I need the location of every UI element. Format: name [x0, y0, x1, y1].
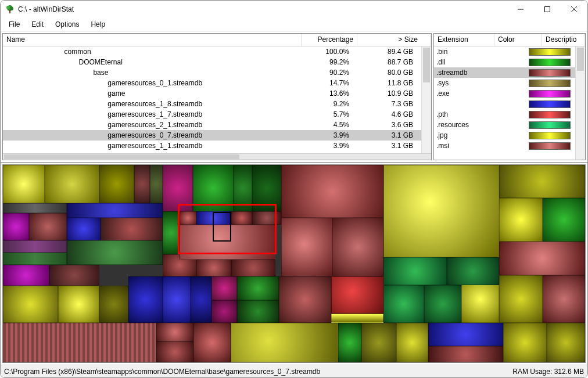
- treemap-block[interactable]: [231, 260, 275, 277]
- treemap-block[interactable]: [447, 257, 499, 285]
- extension-row[interactable]: .msi: [434, 141, 575, 151]
- treemap-block[interactable]: [331, 276, 383, 314]
- treemap-block[interactable]: [67, 240, 163, 265]
- file-list-scrollbar[interactable]: [421, 46, 431, 153]
- treemap-block[interactable]: [3, 203, 67, 213]
- treemap-block[interactable]: [281, 165, 383, 218]
- treemap-block[interactable]: [156, 323, 193, 341]
- treemap-block[interactable]: [45, 165, 99, 203]
- col-extension[interactable]: Extension: [434, 34, 494, 46]
- extension-row[interactable]: .bin: [434, 46, 575, 57]
- treemap-block[interactable]: [3, 213, 29, 240]
- treemap-block[interactable]: [3, 286, 58, 323]
- treemap-block[interactable]: [67, 218, 101, 240]
- treemap-block[interactable]: [29, 213, 67, 240]
- treemap-block[interactable]: [3, 253, 67, 265]
- col-color[interactable]: Color: [494, 34, 542, 46]
- treemap-block[interactable]: [193, 323, 231, 362]
- extension-row[interactable]: .sys: [434, 78, 575, 88]
- minimize-button[interactable]: [507, 1, 534, 18]
- treemap-block[interactable]: [543, 198, 585, 241]
- file-list-hscroll[interactable]: [3, 153, 431, 160]
- extension-row[interactable]: [434, 99, 575, 109]
- treemap-block[interactable]: [499, 165, 585, 198]
- treemap-block[interactable]: [99, 165, 134, 203]
- titlebar[interactable]: C:\ - altWinDirStat: [1, 1, 587, 18]
- file-list[interactable]: common100.0%89.4 GB DOOMEternal99.2%88.7…: [3, 46, 431, 153]
- treemap-block[interactable]: [163, 211, 180, 254]
- treemap-block[interactable]: [3, 240, 67, 253]
- treemap-block[interactable]: [58, 286, 99, 323]
- treemap-block[interactable]: [156, 341, 193, 362]
- treemap-block[interactable]: [383, 285, 424, 323]
- treemap-block[interactable]: [396, 323, 428, 362]
- treemap-block[interactable]: [547, 323, 585, 362]
- extension-row[interactable]: .resources: [434, 120, 575, 130]
- col-description[interactable]: Descriptio: [542, 34, 585, 46]
- treemap-block[interactable]: [134, 165, 150, 203]
- treemap-block[interactable]: [499, 198, 543, 241]
- extension-row[interactable]: .jpg: [434, 130, 575, 141]
- col-percentage[interactable]: Percentage: [302, 34, 357, 46]
- treemap-block[interactable]: [543, 275, 585, 323]
- file-row[interactable]: gameresources_1_1.streamdb3.9%3.1 GB: [3, 141, 421, 151]
- treemap-block[interactable]: [279, 276, 331, 323]
- treemap-block[interactable]: [3, 165, 45, 203]
- treemap-block[interactable]: [499, 275, 543, 323]
- treemap-block[interactable]: [3, 323, 156, 362]
- treemap-block[interactable]: [67, 203, 163, 218]
- menu-edit[interactable]: Edit: [27, 19, 48, 30]
- treemap-block[interactable]: [383, 165, 500, 257]
- menu-file[interactable]: File: [4, 19, 24, 30]
- treemap-block[interactable]: [237, 300, 279, 323]
- treemap-block[interactable]: [99, 286, 128, 323]
- treemap-block[interactable]: [101, 218, 163, 240]
- file-row[interactable]: gameresources_1_8.streamdb9.2%7.3 GB: [3, 99, 421, 109]
- extension-row[interactable]: .streamdb: [434, 67, 575, 78]
- treemap-block[interactable]: [196, 260, 231, 277]
- treemap-block[interactable]: [428, 346, 504, 362]
- file-row[interactable]: gameresources_2_1.streamdb4.5%3.6 GB: [3, 120, 421, 130]
- extension-row[interactable]: .exe: [434, 88, 575, 99]
- treemap-block[interactable]: [332, 218, 383, 276]
- treemap-block[interactable]: [383, 257, 447, 285]
- file-tree-header[interactable]: Name Percentage > Size: [3, 34, 431, 46]
- treemap-block[interactable]: [211, 300, 237, 323]
- file-row[interactable]: gameresources_1_7.streamdb5.7%4.6 GB: [3, 109, 421, 120]
- close-button[interactable]: [561, 1, 587, 18]
- menu-options[interactable]: Options: [51, 19, 84, 30]
- treemap-block[interactable]: [424, 285, 462, 323]
- file-row[interactable]: game13.6%10.9 GB: [3, 88, 421, 99]
- treemap-block[interactable]: [128, 276, 163, 323]
- treemap-block[interactable]: [499, 242, 585, 275]
- treemap-block[interactable]: [150, 165, 163, 203]
- extension-row[interactable]: .dll: [434, 57, 575, 67]
- extension-row[interactable]: .pth: [434, 109, 575, 120]
- treemap-block[interactable]: [281, 218, 332, 276]
- treemap-block[interactable]: [163, 276, 191, 323]
- col-size[interactable]: > Size: [357, 34, 431, 46]
- file-row[interactable]: common100.0%89.4 GB: [3, 46, 421, 57]
- treemap-block[interactable]: [211, 276, 237, 300]
- file-row[interactable]: gameresources_0_7.streamdb3.9%3.1 GB: [3, 130, 421, 141]
- treemap-block[interactable]: [191, 276, 211, 323]
- treemap-block[interactable]: [503, 323, 547, 362]
- extension-header[interactable]: Extension Color Descriptio: [434, 34, 585, 46]
- treemap-block[interactable]: [231, 323, 338, 362]
- extension-list[interactable]: .bin.dll.streamdb.sys.exe.pth.resources.…: [434, 46, 585, 151]
- treemap-block[interactable]: [428, 323, 504, 346]
- file-row[interactable]: DOOMEternal99.2%88.7 GB: [3, 57, 421, 67]
- treemap-block[interactable]: [361, 323, 396, 362]
- menu-help[interactable]: Help: [86, 19, 110, 30]
- file-row[interactable]: gameresources_0_1.streamdb14.7%11.8 GB: [3, 78, 421, 88]
- treemap-block[interactable]: [338, 323, 361, 362]
- col-name[interactable]: Name: [3, 34, 302, 46]
- maximize-button[interactable]: [534, 1, 561, 18]
- treemap-block[interactable]: [49, 265, 99, 286]
- treemap[interactable]: [2, 164, 586, 363]
- treemap-block[interactable]: [3, 265, 49, 286]
- file-row[interactable]: base90.2%80.0 GB: [3, 67, 421, 78]
- extension-scrollbar[interactable]: [575, 46, 585, 160]
- treemap-block[interactable]: [237, 276, 279, 300]
- treemap-block[interactable]: [331, 314, 383, 323]
